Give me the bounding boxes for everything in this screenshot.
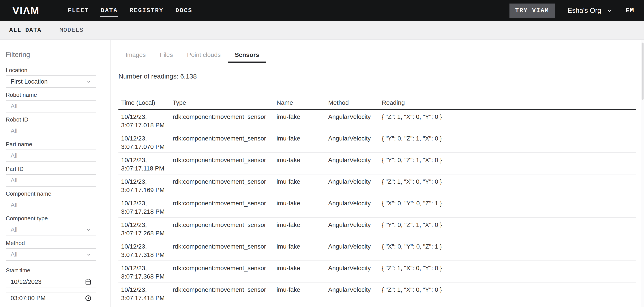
cell-type: rdk:component:movement_sensor [173, 286, 276, 294]
component-type-select[interactable]: All [6, 224, 96, 236]
component-type-label: Component type [6, 215, 110, 222]
scrollbar-track[interactable] [641, 40, 644, 307]
top-nav: VIΛM FLEET DATA REGISTRY DOCS TRY VIAM E… [0, 0, 644, 21]
component-name-label: Component name [6, 190, 110, 197]
cell-name: imu-fake [276, 134, 328, 143]
nav-item-fleet[interactable]: FLEET [68, 0, 89, 21]
cell-time: 10/12/23,3:07:17.118 PM [118, 156, 173, 173]
robot-name-label: Robot name [6, 92, 110, 98]
cell-reading: { "Z": 1, "X": 0, "Y": 0 } [382, 178, 636, 186]
cell-time: 10/12/23,3:07:17.268 PM [118, 221, 173, 238]
tab-files[interactable]: Files [153, 47, 180, 63]
filtering-title: Filtering [6, 51, 110, 58]
part-name-input[interactable] [6, 150, 96, 162]
cell-name: imu-fake [276, 221, 328, 229]
cell-name: imu-fake [276, 178, 328, 186]
method-select-value: All [10, 251, 86, 258]
table-header-row: Time (Local) Type Name Method Reading [118, 96, 636, 110]
cell-type: rdk:component:movement_sensor [173, 156, 276, 164]
cell-method: AngularVelocity [328, 134, 382, 143]
cell-reading: { "X": 0, "Y": 0, "Z": 1 } [382, 199, 636, 208]
try-viam-button[interactable]: TRY VIAM [510, 4, 555, 18]
cell-method: AngularVelocity [328, 242, 382, 251]
cell-reading: { "Z": 1, "X": 0, "Y": 0 } [382, 264, 636, 272]
table-row: 10/12/23,3:07:17.268 PM rdk:component:mo… [118, 218, 636, 239]
part-id-label: Part ID [6, 166, 110, 172]
component-name-input[interactable] [6, 199, 96, 211]
col-header-type: Type [173, 99, 276, 106]
cell-time: 10/12/23,3:07:17.169 PM [118, 178, 173, 194]
tab-images[interactable]: Images [118, 47, 153, 63]
readings-count: Number of readings: 6,138 [118, 72, 637, 80]
data-type-tabs: Images Files Point clouds Sensors [118, 47, 266, 63]
robot-name-input[interactable] [6, 100, 96, 112]
nav-item-docs[interactable]: DOCS [175, 0, 192, 21]
cell-name: imu-fake [276, 113, 328, 121]
table-row: 10/12/23,3:07:17.218 PM rdk:component:mo… [118, 196, 636, 218]
cell-type: rdk:component:movement_sensor [173, 242, 276, 251]
viam-logo[interactable]: VIΛM [12, 4, 40, 16]
tab-sensors[interactable]: Sensors [228, 47, 266, 63]
top-nav-right: TRY VIAM Esha's Org EM [510, 4, 634, 18]
component-type-select-value: All [10, 226, 86, 233]
org-name: Esha's Org [568, 6, 601, 14]
start-time-input[interactable]: 03:07:00 PM [6, 292, 96, 304]
robot-id-input[interactable] [6, 125, 96, 137]
cell-reading: { "X": 0, "Y": 0, "Z": 1 } [382, 242, 636, 251]
cell-type: rdk:component:movement_sensor [173, 134, 276, 143]
clock-icon [85, 295, 92, 302]
cell-time: 10/12/23,3:07:17.018 PM [118, 113, 173, 130]
cell-reading: { "Y": 0, "Z": 1, "X": 0 } [382, 221, 636, 229]
tab-all-data[interactable]: ALL DATA [9, 27, 42, 34]
cell-type: rdk:component:movement_sensor [173, 178, 276, 186]
nav-item-data[interactable]: DATA [101, 0, 118, 21]
cell-method: AngularVelocity [328, 178, 382, 186]
cell-time: 10/12/23,3:07:17.418 PM [118, 286, 173, 302]
location-select[interactable]: First Location [6, 76, 96, 88]
cell-type: rdk:component:movement_sensor [173, 264, 276, 272]
table-row: 10/12/23,3:07:17.018 PM rdk:component:mo… [118, 110, 636, 131]
tab-point-clouds[interactable]: Point clouds [180, 47, 228, 63]
location-label: Location [6, 67, 110, 73]
cell-name: imu-fake [276, 156, 328, 164]
page-body: Filtering Location First Location Robot … [0, 40, 644, 307]
primary-nav: FLEET DATA REGISTRY DOCS [68, 0, 192, 21]
cell-type: rdk:component:movement_sensor [173, 199, 276, 208]
col-header-reading: Reading [382, 99, 636, 106]
part-name-label: Part name [6, 141, 110, 147]
start-time-value: 03:07:00 PM [10, 295, 85, 302]
cell-method: AngularVelocity [328, 113, 382, 121]
cell-method: AngularVelocity [328, 264, 382, 272]
user-avatar[interactable]: EM [626, 7, 634, 14]
table-row: 10/12/23,3:07:17.118 PM rdk:component:mo… [118, 153, 636, 174]
filter-sidebar: Filtering Location First Location Robot … [0, 40, 111, 307]
data-panel: Images Files Point clouds Sensors Number… [111, 40, 644, 307]
scrollbar-thumb[interactable] [642, 42, 644, 100]
org-switcher[interactable]: Esha's Org [568, 6, 613, 14]
cell-name: imu-fake [276, 264, 328, 272]
cell-reading: { "Y": 0, "Z": 1, "X": 0 } [382, 134, 636, 143]
table-row: 10/12/23,3:07:17.169 PM rdk:component:mo… [118, 174, 636, 196]
col-header-time: Time (Local) [118, 99, 173, 106]
method-select[interactable]: All [6, 248, 96, 261]
col-header-method: Method [328, 99, 382, 106]
robot-id-label: Robot ID [6, 116, 110, 122]
start-date-input[interactable]: 10/12/2023 [6, 276, 96, 288]
cell-reading: { "Y": 0, "Z": 1, "X": 0 } [382, 156, 636, 164]
calendar-icon [85, 278, 92, 285]
nav-divider [53, 6, 53, 16]
nav-item-registry[interactable]: REGISTRY [130, 0, 164, 21]
chevron-down-icon [86, 252, 92, 258]
table-row: 10/12/23,3:07:17.318 PM rdk:component:mo… [118, 239, 636, 261]
cell-time: 10/12/23,3:07:17.368 PM [118, 264, 173, 281]
sub-nav: ALL DATA MODELS [0, 21, 644, 40]
cell-method: AngularVelocity [328, 199, 382, 208]
cell-name: imu-fake [276, 199, 328, 208]
tab-models[interactable]: MODELS [60, 27, 84, 34]
table-row: 10/12/23,3:07:17.070 PM rdk:component:mo… [118, 131, 636, 153]
cell-time: 10/12/23,3:07:17.318 PM [118, 242, 173, 259]
cell-method: AngularVelocity [328, 156, 382, 164]
part-id-input[interactable] [6, 174, 96, 186]
sensor-readings-table: Time (Local) Type Name Method Reading 10… [118, 96, 636, 304]
cell-type: rdk:component:movement_sensor [173, 221, 276, 229]
